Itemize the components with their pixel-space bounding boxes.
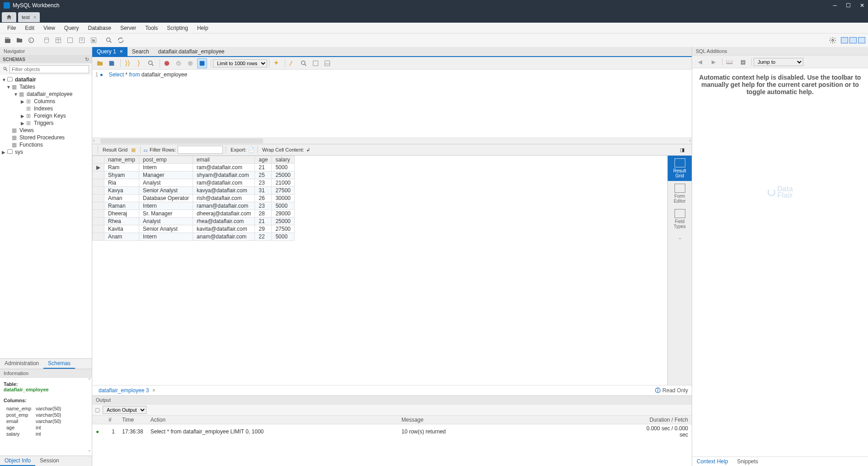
- editor-tab-query1[interactable]: Query 1×: [92, 47, 127, 56]
- table-row[interactable]: RamanInternraman@dataflair.com235000: [93, 202, 295, 210]
- table-row[interactable]: DheerajSr. Managerdheeraj@dataflair.com2…: [93, 210, 295, 218]
- filter-rows-icon[interactable]: ⚏: [143, 147, 148, 153]
- tree-triggers[interactable]: ▶⊞Triggers: [0, 119, 92, 127]
- tree-indexes[interactable]: ⊞Indexes: [0, 105, 92, 112]
- connection-tab-test[interactable]: test ×: [18, 12, 40, 22]
- info-tab-session[interactable]: Session: [35, 456, 64, 466]
- table-row[interactable]: ShyamManagershyam@dataflair.com2525000: [93, 171, 295, 179]
- info-scroll-up-icon[interactable]: ˄: [88, 378, 91, 384]
- commit-icon[interactable]: [174, 58, 184, 68]
- tree-columns[interactable]: ▶⊞Columns: [0, 98, 92, 105]
- menu-file[interactable]: File: [3, 24, 20, 33]
- tree-db-sys[interactable]: ▶sys: [0, 148, 92, 156]
- editor-tab-search[interactable]: Search: [127, 47, 154, 56]
- info-scroll-down-icon[interactable]: ˅: [88, 450, 91, 456]
- tree-stored-procedures[interactable]: ▦Stored Procedures: [0, 134, 92, 141]
- inspect-icon[interactable]: i: [26, 35, 36, 45]
- autocommit-icon[interactable]: [197, 58, 207, 68]
- close-button[interactable]: ✕: [860, 2, 864, 9]
- output-mode-select[interactable]: Action Output: [103, 406, 146, 414]
- additions-help-icon[interactable]: 📖: [724, 57, 734, 67]
- result-grid[interactable]: name_emppost_empemailagesalary ▶RamInter…: [92, 156, 667, 385]
- additions-back-icon[interactable]: ◀: [695, 57, 705, 67]
- toggle-right-panel-icon[interactable]: [858, 37, 865, 43]
- home-tab[interactable]: [2, 12, 16, 22]
- side-form-editor[interactable]: Form Editor: [668, 181, 692, 206]
- output-clear-icon[interactable]: ▢: [95, 407, 100, 413]
- result-pin-icon[interactable]: ◨: [677, 145, 687, 155]
- side-result-grid[interactable]: Result Grid: [668, 156, 692, 181]
- toggle-invisible-icon[interactable]: [299, 58, 309, 68]
- result-tab-close[interactable]: ×: [152, 387, 156, 394]
- table-row[interactable]: KavitaSenior Analystkavita@dataflair.com…: [93, 225, 295, 233]
- explain-icon[interactable]: [146, 58, 156, 68]
- additions-tab-context[interactable]: Context Help: [692, 457, 732, 466]
- rollback-icon[interactable]: [185, 58, 195, 68]
- additions-jumpto-select[interactable]: Jump to: [754, 58, 803, 66]
- toggle-panel-icon[interactable]: [322, 58, 332, 68]
- side-field-types[interactable]: Field Types: [668, 206, 692, 232]
- menu-scripting[interactable]: Scripting: [162, 24, 193, 33]
- table-row[interactable]: RheaAnalystrhea@dataflair.com2125000: [93, 218, 295, 225]
- tree-db-dataflair[interactable]: ▼dataflair: [0, 76, 92, 83]
- tree-views[interactable]: ▦Views: [0, 127, 92, 134]
- menu-view[interactable]: View: [39, 24, 60, 33]
- side-scroll-down-icon[interactable]: ⌄: [677, 233, 683, 241]
- new-sql-tab-icon[interactable]: [3, 35, 13, 45]
- table-row[interactable]: KavyaSenior Analystkavya@dataflair.com31…: [93, 187, 295, 195]
- sql-editor[interactable]: 1 ● Select * from dataflair_employee: [92, 70, 692, 138]
- info-tab-objectinfo[interactable]: Object Info: [0, 456, 35, 466]
- tree-tables[interactable]: ▼▦Tables: [0, 83, 92, 90]
- open-sql-file-icon[interactable]: [14, 35, 24, 45]
- table-row[interactable]: AnamInternanam@dataflair.com225000: [93, 233, 295, 241]
- schema-tree[interactable]: ▼dataflair ▼▦Tables ▼▦dataflair_employee…: [0, 75, 92, 358]
- connection-tab-close[interactable]: ×: [33, 14, 36, 20]
- create-table-icon[interactable]: [53, 35, 63, 45]
- create-view-icon[interactable]: [65, 35, 75, 45]
- editor-tab-close[interactable]: ×: [120, 48, 123, 55]
- menu-edit[interactable]: Edit: [20, 24, 39, 33]
- additions-tab-snippets[interactable]: Snippets: [732, 457, 763, 466]
- create-sp-icon[interactable]: [77, 35, 87, 45]
- beautify-icon[interactable]: [271, 58, 281, 68]
- table-row[interactable]: RiaAnalystram@dataflair.com2321000: [93, 179, 295, 187]
- execute-current-icon[interactable]: [134, 58, 144, 68]
- schema-filter-input[interactable]: [9, 65, 89, 73]
- tree-foreign-keys[interactable]: ▶⊞Foreign Keys: [0, 112, 92, 119]
- settings-icon[interactable]: [828, 35, 838, 45]
- table-row[interactable]: ▶RamInternram@dataflair.com215000: [93, 164, 295, 171]
- additions-forward-icon[interactable]: ▶: [708, 57, 718, 67]
- editor-hscroll[interactable]: ‹›: [92, 138, 692, 144]
- menu-tools[interactable]: Tools: [141, 24, 162, 33]
- schemas-refresh-icon[interactable]: ↻: [85, 57, 89, 62]
- output-row[interactable]: ● 1 17:36:38 Select * from dataflair_emp…: [92, 424, 692, 439]
- minimize-button[interactable]: ─: [833, 2, 837, 9]
- word-wrap-icon[interactable]: [311, 58, 321, 68]
- nav-tab-administration[interactable]: Administration: [0, 359, 43, 369]
- editor-tab-tableview[interactable]: dataflair.dataflair_employee: [154, 47, 229, 56]
- additions-auto-icon[interactable]: ▤: [738, 57, 748, 67]
- result-tab[interactable]: dataflair_employee 3 ×: [96, 386, 158, 395]
- create-schema-icon[interactable]: [42, 35, 52, 45]
- nav-tab-schemas[interactable]: Schemas: [43, 359, 75, 369]
- menu-database[interactable]: Database: [84, 24, 116, 33]
- menu-server[interactable]: Server: [116, 24, 141, 33]
- filter-rows-input[interactable]: [178, 146, 223, 154]
- stop-icon[interactable]: [162, 58, 172, 68]
- tree-table-dataflair-employee[interactable]: ▼▦dataflair_employee: [0, 90, 92, 98]
- wrap-cell-icon[interactable]: ↲: [306, 147, 310, 153]
- execute-icon[interactable]: [123, 58, 132, 68]
- toggle-left-panel-icon[interactable]: [841, 37, 848, 43]
- tree-functions[interactable]: ▦Functions: [0, 141, 92, 148]
- open-file-icon[interactable]: [95, 58, 105, 68]
- toggle-bottom-panel-icon[interactable]: [849, 37, 857, 43]
- export-icon[interactable]: 📄: [248, 147, 255, 153]
- save-icon[interactable]: [107, 58, 117, 68]
- find-icon[interactable]: [287, 58, 297, 68]
- limit-rows-select[interactable]: Limit to 1000 rows: [213, 59, 267, 67]
- reconnect-icon[interactable]: [116, 35, 126, 45]
- search-icon[interactable]: [104, 35, 114, 45]
- create-fn-icon[interactable]: fx: [89, 35, 99, 45]
- menu-help[interactable]: Help: [193, 24, 213, 33]
- table-row[interactable]: AmanDatabase Operatorrish@dataflair.com2…: [93, 195, 295, 202]
